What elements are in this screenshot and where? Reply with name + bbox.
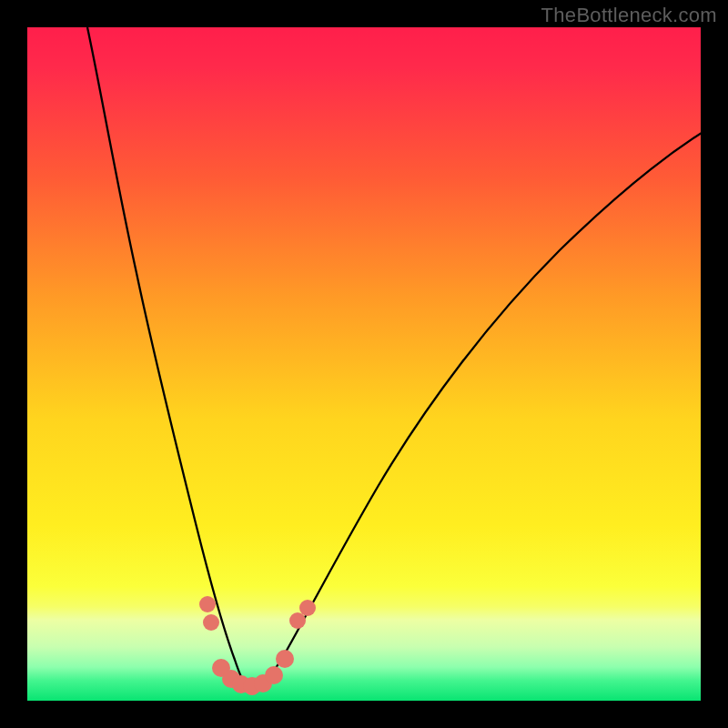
marker-dot	[299, 600, 316, 616]
marker-dot	[199, 596, 216, 612]
watermark-text: TheBottleneck.com	[541, 4, 717, 27]
marker-dot	[203, 614, 219, 631]
gradient-background	[27, 27, 701, 701]
chart-frame: TheBottleneck.com	[0, 0, 728, 728]
marker-dot	[289, 612, 306, 629]
marker-dot	[276, 650, 294, 668]
chart-svg	[0, 0, 728, 728]
marker-dot	[265, 666, 283, 684]
